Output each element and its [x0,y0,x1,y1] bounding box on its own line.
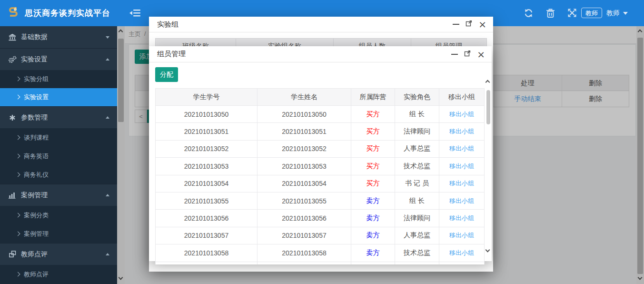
maximize-icon[interactable] [464,50,471,59]
modal-title: 实验组 [157,20,453,29]
sidebar-item-business-etiquette[interactable]: 商务礼仪 [0,165,117,184]
user-name: 教师 [606,9,620,18]
role: 法律顾问 [395,210,439,226]
camp: 买方 [351,106,395,122]
camp: 卖方 [351,244,395,261]
student-id: 202101013057 [156,227,257,244]
refresh-icon[interactable] [524,8,534,20]
minimize-icon[interactable] [453,24,459,25]
bar-chart-icon [8,192,17,199]
remove-from-group-link[interactable]: 移出小组 [449,127,474,136]
close-icon[interactable]: × [478,21,486,28]
member-management-modal: 组员管理 × 分配 学生学号 学生姓名 所属阵营 实验角色 移出小组 [149,46,492,261]
column-header-remove: 移出小组 [439,89,484,105]
remove-from-group-link[interactable]: 移出小组 [449,144,474,153]
chevron-right-icon [16,77,20,81]
role: 技术总监 [395,158,439,174]
chevron-down-icon [623,12,628,15]
camp: 卖方 [351,193,395,209]
chevron-right-icon [16,135,20,140]
student-name: 202101013051 [257,123,351,140]
chevron-right-icon [16,272,20,277]
user-menu[interactable]: 教师 [606,8,628,19]
gears-icon [8,56,17,63]
column-header-student-name: 学生姓名 [257,89,351,105]
student-id: 202101013054 [156,175,257,192]
sidebar-group-parameter-management[interactable]: 参数管理 [0,106,117,128]
camp: 买方 [351,158,395,174]
sidebar-item-label: 案例分类 [24,211,49,220]
sidebar-item-negotiation-course[interactable]: 谈判课程 [0,128,117,147]
sidebar-item-case-management[interactable]: 案例管理 [0,224,117,243]
scroll-up-icon[interactable] [485,80,490,85]
sidebar-item-label: 实验分组 [24,75,49,83]
clone-icon [8,251,17,258]
member-row: 202101013052 202101013052 买方 人事总监 移出小组 [156,141,484,158]
member-row: 202101013056 202101013056 卖方 法律顾问 移出小组 [156,210,484,227]
app-window: 思沃商务谈判实战平台 [0,0,644,284]
close-icon[interactable]: × [477,51,485,58]
remove-from-group-link[interactable]: 移出小组 [449,162,474,171]
role-badge[interactable]: 教师 [581,8,602,18]
role: 组 长 [395,106,439,122]
app-title: 思沃商务谈判实战平台 [25,8,110,19]
modal-scrollbar-thumb[interactable] [486,90,490,124]
camp: 卖方 [351,227,395,244]
chevron-down-icon [106,36,109,39]
column-header-camp: 所属阵营 [351,89,395,105]
sidebar-item-teacher-review[interactable]: 教师点评 [0,265,117,284]
student-id: 202101013051 [156,123,257,140]
fullscreen-icon[interactable] [567,8,577,20]
role: 技术总监 [395,244,439,261]
sidebar-group-teacher-review[interactable]: 教师点评 [0,243,117,265]
menu-fold-icon[interactable] [129,8,142,20]
student-name: 202101013054 [257,175,351,192]
sidebar-item-label: 案例管理 [24,230,49,238]
student-name: 202101013050 [257,106,351,122]
minimize-icon[interactable] [451,54,458,55]
member-row: 202101013053 202101013053 买方 技术总监 移出小组 [156,158,484,175]
modal-title: 组员管理 [157,50,451,59]
scroll-down-icon[interactable] [485,248,490,253]
student-id: 202101013052 [156,141,257,157]
remove-from-group-link[interactable]: 移出小组 [449,214,474,223]
student-id: 202101013050 [156,106,257,122]
member-row: 202101013054 202101013054 买方 书 记 员 移出小组 [156,175,484,193]
member-row: 202101013058 202101013058 卖方 技术总监 移出小组 [156,244,484,262]
sidebar-item-case-category[interactable]: 案例分类 [0,206,117,224]
chevron-right-icon [16,231,20,236]
student-id: 202101013055 [156,193,257,209]
sidebar-group-label: 实验设置 [21,55,106,64]
trash-icon[interactable] [546,9,555,20]
remove-from-group-link[interactable]: 移出小组 [449,249,474,257]
sidebar-item-experiment-grouping[interactable]: 实验分组 [0,70,117,88]
sidebar-group-label: 参数管理 [21,113,106,122]
camp: 买方 [351,141,395,157]
sidebar-item-label: 谈判课程 [24,133,49,142]
remove-from-group-link[interactable]: 移出小组 [449,197,474,205]
student-name: 202101013052 [257,141,351,157]
assign-button[interactable]: 分配 [155,67,178,82]
sidebar-group-label: 案例管理 [21,191,106,200]
chevron-up-icon [106,116,109,119]
remove-from-group-link[interactable]: 移出小组 [449,110,474,119]
sidebar-group-label: 基础数据 [21,33,106,41]
sidebar-item-business-english[interactable]: 商务英语 [0,147,117,165]
role: 书 记 员 [395,175,439,192]
modal-titlebar: 组员管理 × [149,46,492,62]
maximize-icon[interactable] [466,20,472,29]
remove-from-group-link[interactable]: 移出小组 [449,231,474,240]
sidebar-item-label: 商务礼仪 [24,171,49,179]
sidebar-group-case-management[interactable]: 案例管理 [0,184,117,206]
remove-from-group-link[interactable]: 移出小组 [449,179,474,188]
chevron-up-icon [106,253,109,255]
member-row: 202101013051 202101013051 买方 法律顾问 移出小组 [156,123,484,140]
student-id: 202101013056 [156,210,257,226]
sidebar-item-label: 商务英语 [24,152,49,161]
chevron-up-icon [106,194,109,196]
sidebar-group-basic-data[interactable]: 基础数据 [0,26,117,48]
chevron-right-icon [16,172,20,177]
member-row-clipped [156,262,484,264]
sidebar-item-experiment-settings[interactable]: 实验设置 [0,88,117,106]
sidebar-group-experiment-settings[interactable]: 实验设置 [0,48,117,70]
